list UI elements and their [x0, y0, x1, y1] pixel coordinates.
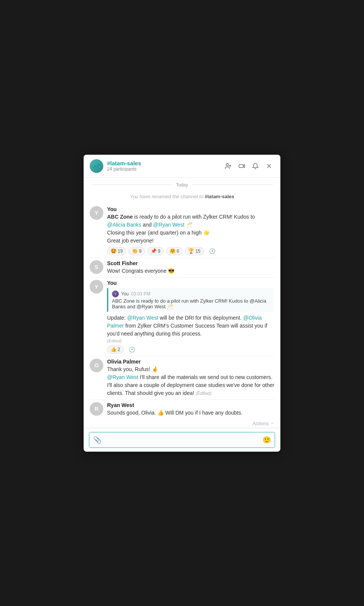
channel-avatar — [90, 159, 103, 173]
message-text-1: ABC Zone is ready to do a pilot run with… — [107, 213, 274, 245]
chevron-down-icon — [270, 421, 274, 426]
close-icon[interactable] — [264, 161, 274, 171]
avatar-ryan: R — [90, 402, 103, 416]
quote-block: Y You 03:03 PM ABC Zone is ready to do a… — [107, 288, 274, 312]
message-you-2: Y You Y You 03:03 PM ABC Zone is ready t… — [84, 278, 280, 356]
message-input[interactable] — [104, 437, 260, 443]
bell-icon[interactable] — [250, 161, 261, 171]
bold-text: ABC Zone — [107, 214, 133, 220]
video-icon[interactable] — [236, 161, 247, 171]
reaction-1-3[interactable]: 📌9 — [147, 247, 164, 255]
quote-sender-name: You — [121, 291, 129, 297]
mention-ryan-3[interactable]: @Ryan West — [107, 374, 138, 380]
edited-inline-olivia: (Edited) — [196, 391, 212, 396]
message-body-you-2: You Y You 03:03 PM ABC Zone is ready to … — [107, 280, 274, 354]
divider-line-right — [192, 185, 273, 185]
message-you-1: Y You ABC Zone is ready to do a pilot ru… — [84, 204, 280, 258]
quote-bold: ABC Zone — [112, 298, 135, 304]
reaction-1-4[interactable]: 🤗6 — [166, 247, 183, 255]
message-olivia: O Olivia Palmer Thank you, Rufus! 🤞 @Rya… — [84, 356, 280, 399]
reaction-1-2[interactable]: 👏9 — [128, 247, 145, 255]
sender-ryan: Ryan West — [107, 402, 274, 408]
message-text-you-2: Update: @Ryan West will be the DRI for t… — [107, 314, 274, 338]
date-label: Today — [176, 182, 188, 188]
avatar-you-1: Y — [90, 206, 103, 220]
message-body-ryan: Ryan West Sounds good, Olivia. 👍 Will DM… — [107, 402, 274, 417]
quote-avatar: Y — [112, 291, 119, 297]
reactions-2: 👍2 🕐 — [107, 345, 274, 354]
message-body-1: You ABC Zone is ready to do a pilot run … — [107, 206, 274, 255]
divider-line-left — [91, 185, 172, 185]
message-text-ryan: Sounds good, Olivia. 👍 Will DM you if I … — [107, 409, 274, 417]
sender-you-1: You — [107, 206, 274, 212]
participant-count: 24 participants — [107, 166, 223, 172]
add-person-icon[interactable] — [223, 161, 233, 171]
reaction-1-5[interactable]: 🏆15 — [185, 247, 204, 255]
message-input-box: 📎 🙂 — [89, 432, 275, 448]
message-body-scott: Scott Fisher Wow! Congrats everyone 😎 — [107, 260, 274, 275]
actions-label: Actions — [252, 421, 269, 426]
quote-text: ABC Zone is ready to do a pilot run with… — [112, 298, 271, 309]
actions-row: Actions — [84, 419, 280, 428]
mention-ryan-1[interactable]: @Ryan West — [153, 222, 184, 228]
message-text-scott: Wow! Congrats everyone 😎 — [107, 267, 274, 275]
input-area: 📎 🙂 — [84, 428, 280, 452]
edited-label-1: (Edited) — [107, 339, 274, 343]
reaction-2-1[interactable]: 👍2 — [107, 345, 124, 354]
mention-alicia[interactable]: @Alicia Banks — [107, 222, 141, 228]
chat-window: #latam-sales 24 participants — [84, 155, 280, 452]
message-ryan: R Ryan West Sounds good, Olivia. 👍 Will … — [84, 400, 280, 419]
quote-time: 03:03 PM — [131, 291, 150, 297]
reactions-1: 🤩19 👏9 📌9 🤗6 🏆15 🕐 — [107, 247, 274, 255]
sender-scott: Scott Fisher — [107, 260, 274, 266]
emoji-picker-icon[interactable]: 🙂 — [263, 436, 271, 444]
header-actions — [223, 161, 274, 171]
actions-button[interactable]: Actions — [252, 421, 274, 426]
message-scott: S Scott Fisher Wow! Congrats everyone 😎 — [84, 258, 280, 277]
chat-header: #latam-sales 24 participants — [84, 155, 280, 178]
channel-name: #latam-sales — [107, 160, 223, 166]
mention-ryan-2[interactable]: @Ryan West — [127, 315, 158, 321]
system-message: You have renamed the channel to #latam-s… — [84, 192, 280, 204]
add-reaction-2[interactable]: 🕐 — [126, 345, 138, 354]
reaction-1-1[interactable]: 🤩19 — [107, 247, 126, 255]
add-reaction-1[interactable]: 🕐 — [206, 247, 218, 255]
avatar-olivia: O — [90, 359, 103, 372]
svg-point-0 — [226, 163, 229, 166]
svg-rect-3 — [239, 165, 243, 168]
message-text-olivia: Thank you, Rufus! 🤞 @Ryan West I'll shar… — [107, 365, 274, 397]
sender-olivia: Olivia Palmer — [107, 359, 274, 365]
attach-icon[interactable]: 📎 — [93, 436, 101, 444]
date-divider: Today — [84, 178, 280, 192]
sender-you-2: You — [107, 280, 274, 286]
channel-info: #latam-sales 24 participants — [107, 160, 223, 172]
message-body-olivia: Olivia Palmer Thank you, Rufus! 🤞 @Ryan … — [107, 359, 274, 397]
avatar-scott: S — [90, 260, 103, 274]
quote-sender: Y You 03:03 PM — [112, 291, 271, 297]
avatar-you-2: Y — [90, 280, 103, 294]
channel-ref: #latam-sales — [205, 194, 234, 199]
